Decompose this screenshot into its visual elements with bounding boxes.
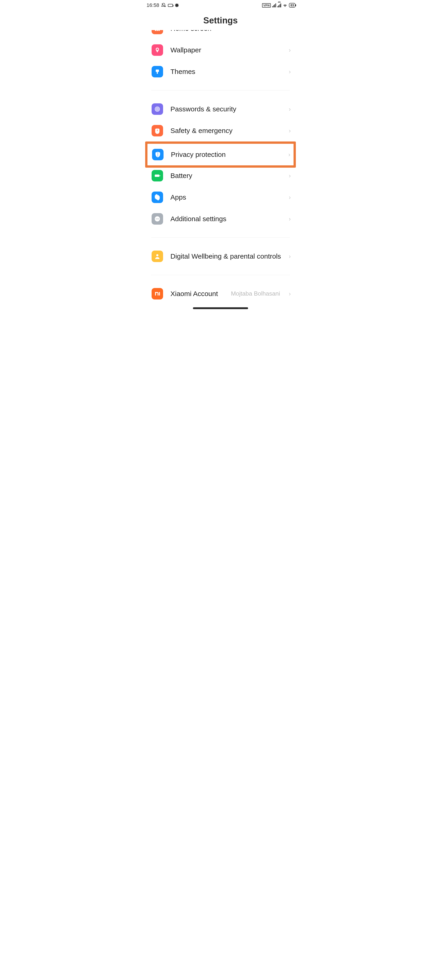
battery-indicator: 83 <box>289 3 295 8</box>
gear-icon <box>175 3 179 7</box>
apps-label: Apps <box>170 193 281 202</box>
chevron-right-icon: › <box>289 47 291 54</box>
home-screen-icon <box>151 30 163 34</box>
cellular-signal-icon <box>272 3 276 7</box>
svg-point-15 <box>156 218 157 220</box>
more-icon <box>151 213 163 224</box>
svg-rect-5 <box>156 70 159 72</box>
svg-point-16 <box>157 218 158 220</box>
chevron-right-icon: › <box>289 290 291 298</box>
wifi-icon <box>282 3 288 8</box>
page-title: Settings <box>140 9 301 30</box>
wallpaper-icon <box>151 45 163 56</box>
highlighted-item: Privacy protection › <box>145 142 296 168</box>
status-left: 16:58 <box>146 2 179 8</box>
settings-item-additional-settings[interactable]: Additional settings › <box>140 208 301 230</box>
navigation-handle[interactable] <box>193 307 248 309</box>
cellular-4g-signal-icon <box>277 3 281 7</box>
svg-rect-6 <box>157 72 158 74</box>
svg-rect-10 <box>157 129 158 131</box>
chevron-right-icon: › <box>289 106 291 113</box>
settings-item-themes[interactable]: Themes › <box>140 61 301 83</box>
svg-point-17 <box>158 218 159 220</box>
chevron-right-icon: › <box>289 127 291 134</box>
svg-point-4 <box>157 48 158 50</box>
settings-item-digital-wellbeing[interactable]: Digital Wellbeing & parental controls › <box>140 245 301 267</box>
status-time: 16:58 <box>146 2 159 8</box>
svg-point-18 <box>156 254 158 256</box>
svg-point-8 <box>156 108 159 111</box>
settings-item-privacy-protection[interactable]: Privacy protection › <box>148 144 293 165</box>
settings-item-home-screen-cutoff[interactable]: Home screen › <box>140 30 301 39</box>
wellbeing-icon <box>151 251 163 262</box>
settings-item-apps[interactable]: Apps › <box>140 186 301 208</box>
svg-rect-3 <box>159 30 160 31</box>
chevron-right-icon: › <box>289 194 291 201</box>
vpn-indicator: VPN <box>262 3 271 8</box>
settings-item-xiaomi-account[interactable]: Xiaomi Account Mojtaba Bolhasani › <box>140 283 301 305</box>
mi-logo-icon <box>151 288 163 299</box>
chevron-right-icon: › <box>289 68 291 75</box>
battery-label: Battery <box>170 171 281 180</box>
themes-icon <box>151 66 163 77</box>
wellbeing-label: Digital Wellbeing & parental controls <box>170 252 281 261</box>
svg-rect-2 <box>157 30 158 31</box>
divider <box>151 90 290 91</box>
status-right: VPN 83 <box>262 3 295 8</box>
chevron-right-icon: › <box>289 172 291 179</box>
themes-label: Themes <box>170 67 281 76</box>
settings-list: Home screen › Wallpaper › Themes › Passw… <box>140 30 301 305</box>
xiaomi-account-value: Mojtaba Bolhasani <box>231 290 280 297</box>
privacy-shield-icon <box>152 149 164 160</box>
home-screen-label: Home screen <box>170 30 281 33</box>
privacy-label: Privacy protection <box>171 150 281 159</box>
dnd-icon <box>161 3 166 8</box>
additional-label: Additional settings <box>170 215 281 223</box>
status-bar: 16:58 VPN 83 <box>140 0 301 9</box>
settings-item-safety-emergency[interactable]: Safety & emergency › <box>140 120 301 142</box>
xiaomi-label: Xiaomi Account <box>170 290 223 298</box>
settings-item-battery[interactable]: Battery › <box>140 168 301 186</box>
chevron-right-icon: › <box>288 151 290 158</box>
svg-rect-11 <box>155 175 159 177</box>
svg-rect-12 <box>160 175 160 177</box>
wallpaper-label: Wallpaper <box>170 46 281 54</box>
battery-icon <box>151 170 163 181</box>
safety-icon <box>151 125 163 137</box>
battery-small-icon <box>168 4 173 7</box>
svg-point-9 <box>157 109 158 110</box>
chevron-right-icon: › <box>289 253 291 260</box>
settings-item-wallpaper[interactable]: Wallpaper › <box>140 39 301 61</box>
settings-item-passwords-security[interactable]: Passwords & security › <box>140 98 301 120</box>
passwords-label: Passwords & security <box>170 105 281 113</box>
divider <box>151 237 290 238</box>
apps-gear-icon <box>151 191 163 203</box>
safety-label: Safety & emergency <box>170 126 281 135</box>
svg-rect-1 <box>155 30 156 31</box>
fingerprint-icon <box>151 103 163 115</box>
chevron-right-icon: › <box>289 215 291 223</box>
chevron-right-icon: › <box>289 30 291 32</box>
